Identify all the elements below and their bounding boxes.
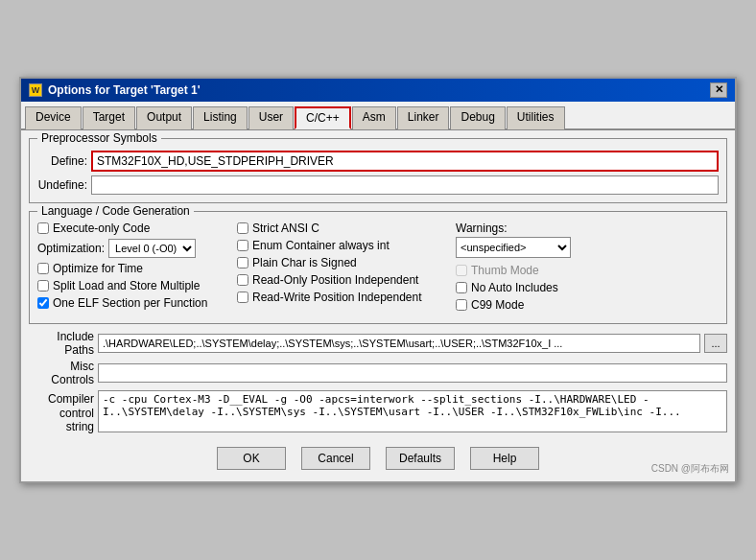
read-write-checkbox[interactable]: [237, 292, 248, 303]
no-auto-includes-label: No Auto Includes: [471, 281, 558, 294]
one-elf-row: One ELF Section per Function: [37, 296, 229, 310]
optimization-row: Optimization: Level 0 (-O0): [37, 239, 229, 258]
include-paths-input[interactable]: [98, 334, 700, 353]
thumb-mode-row: Thumb Mode: [456, 264, 719, 277]
optimization-select[interactable]: Level 0 (-O0): [108, 239, 196, 258]
cancel-button[interactable]: Cancel: [301, 447, 370, 470]
read-only-checkbox[interactable]: [237, 274, 248, 286]
tab-output[interactable]: Output: [136, 106, 192, 129]
warnings-select[interactable]: <unspecified>: [456, 237, 571, 258]
optimize-time-label: Optimize for Time: [53, 262, 143, 275]
title-bar: W Options for Target 'Target 1' ✕: [21, 79, 735, 102]
lang-col2: Strict ANSI C Enum Container always int …: [237, 222, 448, 315]
undefine-input[interactable]: [91, 175, 719, 195]
preprocessor-group: Preprocessor Symbols Define: Undefine:: [29, 138, 727, 203]
include-paths-label: IncludePaths: [29, 330, 94, 358]
split-load-checkbox[interactable]: [37, 280, 49, 292]
compiler-textarea[interactable]: [98, 390, 727, 432]
one-elf-checkbox[interactable]: [37, 297, 49, 309]
strict-ansi-label: Strict ANSI C: [252, 222, 319, 235]
plain-char-label: Plain Char is Signed: [252, 256, 357, 269]
app-icon: W: [29, 83, 42, 97]
undefine-row: Undefine:: [37, 175, 719, 195]
no-auto-includes-row: No Auto Includes: [456, 281, 719, 294]
preprocessor-group-label: Preprocessor Symbols: [37, 131, 161, 145]
tab-debug[interactable]: Debug: [450, 106, 505, 129]
enum-container-label: Enum Container always int: [252, 239, 390, 252]
strict-ansi-row: Strict ANSI C: [237, 222, 448, 235]
tab-cpp[interactable]: C/C++: [295, 106, 351, 129]
include-paths-row: IncludePaths ...: [29, 330, 727, 358]
plain-char-row: Plain Char is Signed: [237, 256, 448, 269]
split-load-label: Split Load and Store Multiple: [53, 279, 200, 292]
language-group: Language / Code Generation Execute-only …: [29, 211, 727, 324]
c99-mode-row: C99 Mode: [456, 298, 719, 312]
lang-col1: Execute-only Code Optimization: Level 0 …: [37, 222, 229, 315]
compiler-row: Compilercontrolstring: [29, 390, 727, 435]
tab-target[interactable]: Target: [83, 106, 135, 129]
no-auto-includes-checkbox[interactable]: [456, 282, 467, 293]
tab-linker[interactable]: Linker: [397, 106, 450, 129]
define-label: Define:: [37, 154, 87, 168]
compiler-textarea-wrapper: [98, 390, 727, 435]
c99-mode-checkbox[interactable]: [456, 299, 467, 311]
one-elf-label: One ELF Section per Function: [53, 296, 207, 310]
dialog-title: Options for Target 'Target 1': [48, 83, 201, 97]
compiler-section: Compilercontrolstring: [29, 390, 727, 435]
strict-ansi-checkbox[interactable]: [237, 222, 248, 234]
main-content: Preprocessor Symbols Define: Undefine: L…: [21, 130, 735, 482]
optimization-label: Optimization:: [37, 242, 105, 255]
ok-button[interactable]: OK: [217, 447, 286, 470]
execute-only-code-checkbox[interactable]: [37, 222, 49, 234]
tab-utilities[interactable]: Utilities: [507, 106, 565, 129]
language-group-label: Language / Code Generation: [37, 204, 194, 218]
thumb-mode-checkbox: [456, 265, 467, 276]
c99-mode-label: C99 Mode: [471, 298, 524, 312]
tab-device[interactable]: Device: [25, 106, 82, 129]
read-only-row: Read-Only Position Independent: [237, 273, 448, 287]
undefine-label: Undefine:: [37, 178, 87, 192]
help-button[interactable]: Help: [470, 447, 539, 470]
read-only-label: Read-Only Position Independent: [252, 273, 418, 287]
split-load-row: Split Load and Store Multiple: [37, 279, 229, 292]
title-bar-left: W Options for Target 'Target 1': [29, 83, 201, 97]
watermark: CSDN @阿布布网: [651, 462, 729, 476]
misc-controls-row: MiscControls: [29, 360, 727, 387]
language-content: Execute-only Code Optimization: Level 0 …: [37, 222, 719, 315]
optimize-time-row: Optimize for Time: [37, 262, 229, 275]
include-paths-btn[interactable]: ...: [704, 334, 727, 353]
warnings-label: Warnings:: [456, 222, 719, 235]
misc-controls-input[interactable]: [98, 363, 727, 383]
tab-bar: Device Target Output Listing User C/C++ …: [21, 102, 735, 130]
tab-listing[interactable]: Listing: [193, 106, 248, 129]
tab-asm[interactable]: Asm: [352, 106, 396, 129]
execute-only-code-row: Execute-only Code: [37, 222, 229, 235]
enum-container-checkbox[interactable]: [237, 240, 248, 251]
include-paths-section: IncludePaths ... MiscControls: [29, 330, 727, 387]
thumb-mode-label: Thumb Mode: [471, 264, 539, 277]
execute-only-code-label: Execute-only Code: [53, 222, 150, 235]
enum-container-row: Enum Container always int: [237, 239, 448, 252]
define-row: Define:: [37, 151, 719, 172]
compiler-label: Compilercontrolstring: [29, 390, 94, 433]
read-write-label: Read-Write Position Independent: [252, 291, 422, 304]
close-button[interactable]: ✕: [710, 82, 727, 98]
button-row: OK Cancel Defaults Help: [29, 439, 727, 474]
plain-char-checkbox[interactable]: [237, 257, 248, 268]
misc-controls-label: MiscControls: [29, 360, 94, 387]
optimize-time-checkbox[interactable]: [37, 263, 49, 274]
lang-col3: Warnings: <unspecified> Thumb Mode No Au…: [456, 222, 719, 315]
options-dialog: W Options for Target 'Target 1' ✕ Device…: [19, 77, 737, 484]
defaults-button[interactable]: Defaults: [386, 447, 455, 470]
define-input[interactable]: [91, 151, 719, 172]
read-write-row: Read-Write Position Independent: [237, 291, 448, 304]
tab-user[interactable]: User: [248, 106, 294, 129]
